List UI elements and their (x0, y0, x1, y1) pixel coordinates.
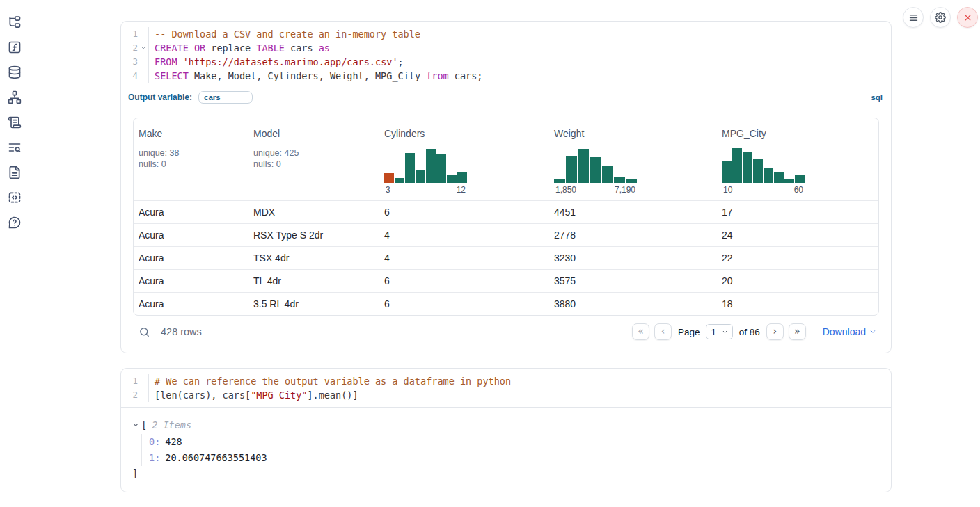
page-label: Page (678, 327, 700, 337)
table-row[interactable]: AcuraTSX 4dr4323022 (134, 246, 878, 269)
python-code-editor[interactable]: 1# We can reference the output variable … (121, 369, 891, 407)
token-keyword: CREATE OR (155, 42, 205, 54)
column-header-weight[interactable]: Weight1,8507,190 (549, 118, 717, 200)
output-variable-input[interactable]: cars (198, 91, 253, 104)
line-number: 1 (121, 27, 138, 41)
code-content: FROM 'https://datasets.marimo.app/cars.c… (148, 55, 891, 69)
sidebar-functions-button[interactable] (8, 40, 22, 54)
hist-bar (578, 149, 589, 183)
notebook-actions (903, 7, 978, 28)
code-content: SELECT Make, Model, Cylinders, Weight, M… (148, 69, 891, 83)
stat-line: unique: 38 (139, 147, 243, 159)
sidebar-logs-button[interactable] (8, 140, 22, 154)
table-cell: 3575 (549, 275, 717, 287)
hist-bar (784, 179, 794, 183)
column-histogram (554, 146, 637, 183)
hist-bar (774, 172, 784, 183)
code-content: # We can reference the output variable a… (148, 374, 891, 388)
prev-page-button[interactable]: ‹ (654, 323, 672, 340)
hist-bar (447, 175, 457, 183)
output-variable-row: Output variable: cars sql (121, 88, 891, 106)
hist-bar (436, 154, 446, 183)
token-string: "MPG_City" (251, 389, 307, 401)
table-search-button[interactable] (139, 326, 150, 338)
code-line[interactable]: 4SELECT Make, Model, Cylinders, Weight, … (121, 69, 891, 83)
table-row[interactable]: AcuraTL 4dr6357520 (134, 269, 878, 292)
python-output: [ 2 Items 0:4281:20.060747663551403 ] (121, 407, 891, 492)
collapse-toggle[interactable] (132, 421, 139, 428)
table-cell: 3880 (549, 298, 717, 309)
table-cell: Acura (134, 207, 248, 218)
sidebar-scratchpad-button[interactable] (8, 115, 22, 129)
token-plain (177, 56, 183, 67)
output-variable-label: Output variable: (128, 92, 192, 102)
hist-max-label: 60 (794, 185, 803, 195)
shutdown-button[interactable] (957, 7, 978, 28)
sidebar-help-button[interactable] (8, 216, 22, 230)
column-stats: unique: 425nulls: 0 (253, 147, 374, 170)
hist-bar (614, 177, 625, 183)
sidebar-snippets-button[interactable] (8, 191, 22, 204)
gear-icon (935, 12, 946, 23)
column-name: Cylinders (384, 128, 544, 139)
search-icon (139, 326, 150, 338)
token-plain: replace (205, 42, 256, 54)
fold-gutter (138, 55, 148, 69)
code-line[interactable]: 2[len(cars), cars["MPG_City"].mean()] (121, 388, 891, 402)
last-page-button[interactable]: » (789, 323, 806, 340)
hist-bar (395, 178, 404, 183)
language-badge[interactable]: sql (871, 93, 883, 102)
table-cell: 3230 (549, 252, 717, 264)
hist-bar (764, 168, 773, 183)
first-page-button[interactable]: « (632, 323, 649, 340)
hist-bar (590, 157, 601, 183)
row-count: 428 rows (161, 326, 202, 337)
fold-gutter (138, 69, 148, 83)
sidebar-dependency-graph-button[interactable] (8, 90, 22, 104)
item-value: 428 (165, 436, 182, 447)
column-header-mpg_city[interactable]: MPG_City1060 (717, 118, 878, 200)
download-button[interactable]: Download (823, 326, 876, 337)
token-plain: ].mean()] (307, 389, 358, 401)
code-line[interactable]: 3FROM 'https://datasets.marimo.app/cars.… (121, 55, 891, 69)
column-header-make[interactable]: Makeunique: 38nulls: 0 (134, 118, 248, 200)
text-search-icon (8, 140, 22, 154)
table-cell: 3.5 RL 4dr (248, 298, 379, 309)
hist-bar (457, 172, 467, 183)
file-tree-icon (8, 15, 22, 29)
sql-code-editor[interactable]: 1-- Download a CSV and create an in-memo… (121, 22, 891, 88)
table-row[interactable]: AcuraMDX6445117 (134, 200, 878, 223)
notebook-menu-button[interactable] (903, 7, 924, 28)
fold-marker[interactable] (138, 41, 148, 55)
page-select[interactable]: 1 (706, 324, 732, 339)
table-row[interactable]: AcuraRSX Type S 2dr4277824 (134, 223, 878, 246)
python-cell: 1# We can reference the output variable … (120, 368, 892, 492)
code-line[interactable]: 1-- Download a CSV and create an in-memo… (121, 27, 891, 41)
sidebar-documentation-button[interactable] (8, 166, 22, 179)
code-line[interactable]: 2CREATE OR replace TABLE cars as (121, 41, 891, 55)
token-keyword: TABLE (256, 42, 285, 54)
settings-button[interactable] (930, 7, 951, 28)
column-header-model[interactable]: Modelunique: 425nulls: 0 (248, 118, 379, 200)
column-header-cylinders[interactable]: Cylinders312 (379, 118, 549, 200)
chevron-down-icon (722, 329, 728, 335)
table-footer: 428 rows « ‹ Page 1 of 86 › » Download (139, 323, 878, 341)
table-row[interactable]: Acura3.5 RL 4dr6388018 (134, 292, 878, 315)
tree-items: 0:4281:20.060747663551403 (141, 434, 880, 466)
histogram-axis-labels: 1060 (722, 185, 805, 195)
helper-sidebar (0, 0, 31, 230)
next-page-button[interactable]: › (766, 323, 784, 340)
sidebar-file-explorer-button[interactable] (8, 15, 22, 29)
table-cell: 24 (717, 230, 878, 241)
column-histogram (722, 146, 805, 183)
help-bubble-icon (8, 216, 22, 230)
table-cell: 18 (717, 298, 878, 309)
table-cell: 4 (379, 252, 549, 264)
code-content: CREATE OR replace TABLE cars as (148, 41, 891, 55)
hist-bar (405, 153, 415, 183)
sidebar-datasources-button[interactable] (8, 65, 22, 79)
column-name: MPG_City (722, 128, 873, 139)
code-content: [len(cars), cars["MPG_City"].mean()] (148, 388, 891, 402)
hist-bar (426, 149, 436, 183)
code-line[interactable]: 1# We can reference the output variable … (121, 374, 891, 388)
